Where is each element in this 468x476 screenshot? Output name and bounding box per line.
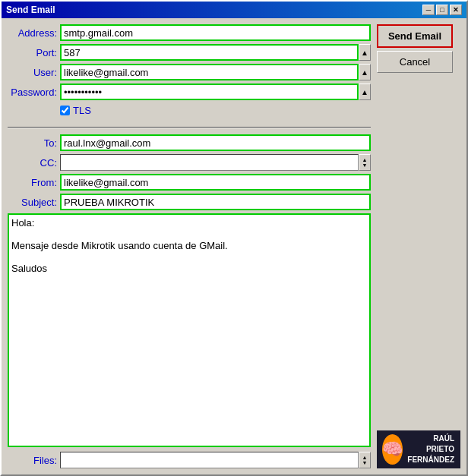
password-field-container: ▲ [60, 84, 371, 100]
form-area: Address: Port: ▲ User: ▲ [8, 24, 371, 468]
user-label: User: [8, 67, 57, 78]
password-label: Password: [8, 87, 57, 98]
port-arrow-button[interactable]: ▲ [359, 44, 371, 61]
cancel-button[interactable]: Cancel [377, 51, 453, 73]
files-field-container: ▲ ▼ [60, 452, 371, 468]
main-content: Address: Port: ▲ User: ▲ [2, 18, 466, 474]
close-button[interactable]: ✕ [450, 5, 462, 15]
port-row: Port: ▲ [8, 44, 371, 61]
user-field-container: ▲ [60, 64, 371, 80]
port-field-container: ▲ [60, 44, 371, 61]
maximize-button[interactable]: □ [436, 5, 448, 15]
from-label: From: [8, 177, 57, 188]
send-email-button[interactable]: Send Email [377, 24, 453, 48]
files-arrow-button[interactable]: ▲ ▼ [359, 452, 371, 468]
title-bar-buttons: ─ □ ✕ [422, 5, 462, 15]
tls-row: TLS [8, 105, 371, 116]
title-bar: Send Email ─ □ ✕ [2, 2, 466, 18]
to-row: To: [8, 134, 371, 151]
files-input[interactable] [60, 452, 359, 468]
window-title: Send Email [6, 5, 55, 15]
button-area: Send Email Cancel [377, 24, 453, 73]
cc-input[interactable] [60, 154, 359, 171]
port-label: Port: [8, 47, 57, 58]
files-row: Files: ▲ ▼ [8, 452, 371, 468]
password-row: Password: ▲ [8, 84, 371, 100]
user-input[interactable] [60, 64, 359, 80]
body-textarea[interactable]: Hola: Mensaje desde Mikrotik usando cuen… [8, 213, 371, 447]
subject-label: Subject: [8, 197, 57, 208]
minimize-button[interactable]: ─ [422, 5, 435, 15]
user-arrow-button[interactable]: ▲ [359, 64, 371, 80]
logo-area: 🧠 RAÚL PRIETO FERNÁNDEZ [377, 430, 460, 468]
logo-icon: 🧠 [382, 434, 403, 465]
cc-arrow-button[interactable]: ▲ ▼ [359, 154, 371, 171]
port-input[interactable] [60, 44, 359, 61]
right-panel: Send Email Cancel 🧠 RAÚL PRIETO FERNÁNDE… [377, 24, 460, 468]
address-label: Address: [8, 27, 57, 39]
separator [8, 127, 371, 128]
logo-text: RAÚL PRIETO FERNÁNDEZ [407, 433, 454, 465]
tls-label: TLS [73, 105, 91, 116]
files-label: Files: [8, 455, 57, 466]
to-input[interactable] [60, 134, 371, 151]
to-label: To: [8, 137, 57, 149]
from-input[interactable] [60, 174, 371, 191]
password-input[interactable] [60, 84, 359, 100]
from-row: From: [8, 174, 371, 191]
address-input[interactable] [60, 24, 371, 41]
cc-label: CC: [8, 157, 57, 169]
cc-row: CC: ▲ ▼ [8, 154, 371, 171]
password-arrow-button[interactable]: ▲ [359, 84, 371, 100]
user-row: User: ▲ [8, 64, 371, 80]
body-area: Hola: Mensaje desde Mikrotik usando cuen… [8, 213, 371, 447]
subject-row: Subject: [8, 194, 371, 210]
send-email-window: Send Email ─ □ ✕ Address: Port: ▲ [0, 0, 468, 476]
tls-checkbox[interactable] [60, 106, 70, 115]
address-row: Address: [8, 24, 371, 41]
subject-input[interactable] [60, 194, 371, 210]
cc-field-container: ▲ ▼ [60, 154, 371, 171]
